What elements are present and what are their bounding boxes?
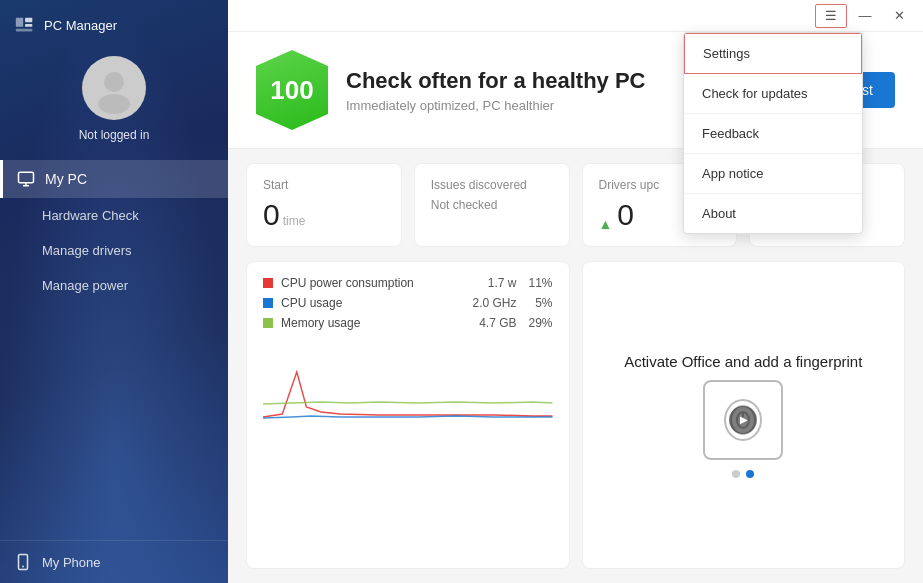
office-title: Activate Office and add a fingerprint [624,353,862,370]
svg-rect-0 [16,18,23,27]
sidebar-item-mypc-label: My PC [45,171,87,187]
memory-usage-dot [263,318,273,328]
login-status: Not logged in [79,128,150,142]
stat-issues-label: Issues discovered [431,178,553,192]
svg-rect-3 [16,29,33,32]
close-button[interactable]: ✕ [883,4,915,28]
minimize-icon: — [859,8,872,23]
carousel-dots [732,470,754,478]
memory-usage-value: 4.7 GB [477,316,517,330]
cpu-power-label: CPU power consumption [281,276,414,290]
main-content: ☰ — ✕ 100 Check often for a healthy PC I… [228,0,923,583]
cpu-usage-dot [263,298,273,308]
stat-card-start: Start 0 time [246,163,402,247]
svg-rect-6 [19,172,34,183]
minimize-button[interactable]: — [849,4,881,28]
dot-1 [732,470,740,478]
svg-point-5 [98,94,130,114]
stat-drivers-arrow: ▲ [599,216,613,232]
sidebar-item-hardware-check[interactable]: Hardware Check [0,198,228,233]
sidebar-item-manage-power[interactable]: Manage power [0,268,228,303]
myphone-label: My Phone [42,555,101,570]
health-score-shield: 100 [256,50,328,130]
sidebar-item-mypc[interactable]: My PC [0,160,228,198]
cpu-usage-label: CPU usage [281,296,342,310]
avatar [82,56,146,120]
play-overlay [729,406,757,434]
svg-rect-2 [25,24,32,27]
menu-button[interactable]: ☰ [815,4,847,28]
sidebar: PC Manager Not logged in My PC Hardware … [0,0,228,583]
memory-usage-label: Memory usage [281,316,360,330]
bottom-row: CPU power consumption 1.7 w 11% CPU usag… [228,261,923,583]
dropdown-item-updates[interactable]: Check for updates [684,74,862,114]
dropdown-menu: Settings Check for updates Feedback App … [683,32,863,234]
dot-2-active [746,470,754,478]
cpu-power-pct: 11% [525,276,553,290]
manage-power-label: Manage power [42,278,128,293]
dropdown-item-appnotice[interactable]: App notice [684,154,862,194]
hero-subtitle: Immediately optimized, PC healthier [346,98,646,113]
nav-section: My PC Hardware Check Manage drivers Mana… [0,160,228,540]
sidebar-item-manage-drivers[interactable]: Manage drivers [0,233,228,268]
svg-point-10 [22,566,24,568]
dropdown-item-feedback[interactable]: Feedback [684,114,862,154]
cpu-power-value: 1.7 w [477,276,517,290]
avatar-section: Not logged in [0,46,228,160]
hero-text: Check often for a healthy PC Immediately… [346,68,646,113]
menu-icon: ☰ [825,8,837,23]
stat-card-issues: Issues discovered Not checked [414,163,570,247]
app-title-bar: PC Manager [0,0,228,46]
stat-start-value: 0 time [263,198,385,232]
health-score-value: 100 [270,75,313,106]
chart-area [263,342,553,422]
legend-memory-usage: Memory usage 4.7 GB 29% [263,316,553,330]
app-logo-icon [14,14,36,36]
memory-usage-pct: 29% [525,316,553,330]
hero-title: Check often for a healthy PC [346,68,646,94]
close-icon: ✕ [894,8,905,23]
sidebar-item-myphone[interactable]: My Phone [0,540,228,583]
main-title-bar: ☰ — ✕ [228,0,923,32]
legend-cpu-usage: CPU usage 2.0 GHz 5% [263,296,553,310]
manage-drivers-label: Manage drivers [42,243,132,258]
cpu-power-dot [263,278,273,288]
legend-cpu-power: CPU power consumption 1.7 w 11% [263,276,553,290]
office-card: Activate Office and add a fingerprint [582,261,906,569]
stat-start-label: Start [263,178,385,192]
stat-issues-sub: Not checked [431,198,553,212]
dropdown-item-settings[interactable]: Settings [684,33,862,74]
chart-card: CPU power consumption 1.7 w 11% CPU usag… [246,261,570,569]
svg-rect-1 [25,18,32,23]
hardware-check-label: Hardware Check [42,208,139,223]
fingerprint-icon [703,380,783,460]
cpu-usage-value: 2.0 GHz [472,296,516,310]
svg-point-4 [104,72,124,92]
app-title: PC Manager [44,18,117,33]
dropdown-item-about[interactable]: About [684,194,862,233]
stat-start-unit: time [283,214,306,228]
cpu-usage-pct: 5% [525,296,553,310]
